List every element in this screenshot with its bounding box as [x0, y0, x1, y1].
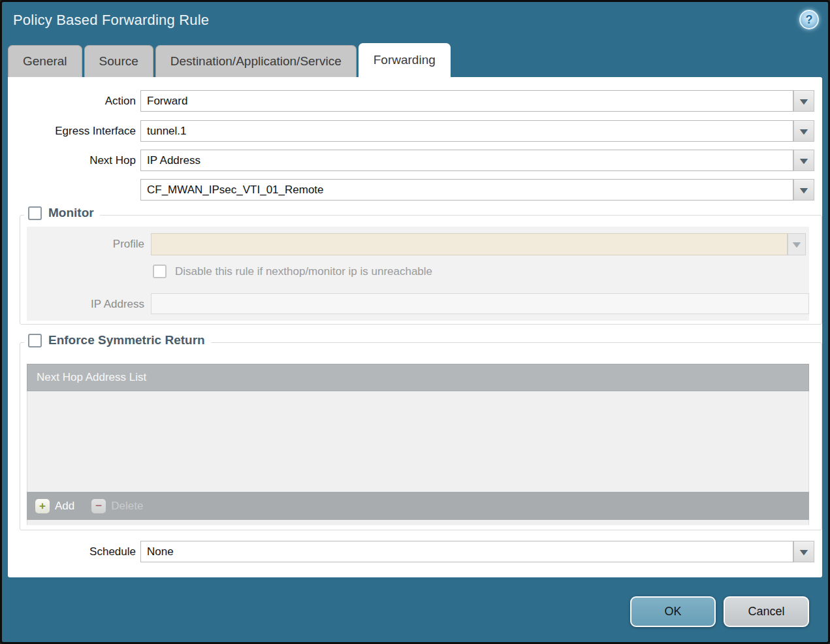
monitor-legend: Monitor [24, 206, 100, 220]
schedule-dropdown-button[interactable]: ▼ [793, 541, 814, 562]
monitor-panel: Profile ▼ Disable this rule if nexthop/m… [27, 227, 809, 321]
tab-forwarding[interactable]: Forwarding [359, 43, 451, 77]
next-hop-address-list-toolbar: + Add − Delete [27, 492, 809, 520]
chevron-down-icon: ▼ [797, 547, 811, 556]
forwarding-tab-panel: Action Forward ▼ Egress Interface tunnel… [8, 77, 822, 577]
egress-interface-label: Egress Interface [8, 120, 136, 142]
action-dropdown-button[interactable]: ▼ [793, 90, 814, 112]
next-hop-address-list-table: Next Hop Address List + Add − Delete [27, 364, 809, 525]
monitor-ip-address-input[interactable] [151, 293, 809, 314]
minus-icon: − [91, 499, 106, 513]
next-hop-address-dropdown[interactable]: CF_MWAN_IPsec_VTI_01_Remote [140, 179, 793, 201]
cancel-button[interactable]: Cancel [724, 596, 809, 627]
chevron-down-icon: ▼ [797, 185, 811, 195]
next-hop-label: Next Hop [8, 150, 136, 171]
disable-rule-label: Disable this rule if nexthop/monitor ip … [175, 265, 432, 278]
tab-source[interactable]: Source [84, 45, 153, 77]
chevron-down-icon: ▼ [797, 97, 811, 106]
next-hop-address-list-header: Next Hop Address List [27, 364, 809, 391]
table-bottom-strip [27, 520, 809, 525]
delete-button[interactable]: − Delete [91, 499, 143, 513]
schedule-dropdown[interactable]: None [140, 541, 793, 562]
disable-rule-row: Disable this rule if nexthop/monitor ip … [153, 265, 432, 278]
chevron-down-icon: ▼ [797, 127, 811, 136]
disable-rule-checkbox[interactable] [153, 265, 167, 278]
action-label: Action [8, 90, 136, 112]
delete-button-label: Delete [111, 500, 143, 513]
schedule-label: Schedule [8, 541, 136, 562]
monitor-checkbox[interactable] [28, 206, 42, 220]
enforce-symmetric-return-group: Enforce Symmetric Return Next Hop Addres… [20, 342, 822, 530]
monitor-ip-address-label: IP Address [27, 293, 144, 315]
profile-dropdown[interactable] [151, 233, 788, 255]
egress-interface-dropdown[interactable]: tunnel.1 [140, 120, 793, 142]
tab-bar: General Source Destination/Application/S… [8, 43, 451, 77]
plus-icon: + [35, 499, 50, 513]
next-hop-address-list-body[interactable] [27, 391, 809, 492]
next-hop-type-dropdown[interactable]: IP Address [140, 150, 793, 171]
egress-interface-dropdown-button[interactable]: ▼ [793, 120, 814, 142]
enforce-symmetric-return-legend: Enforce Symmetric Return [24, 333, 211, 347]
add-button-label: Add [55, 500, 74, 513]
dialog-title: Policy Based Forwarding Rule [13, 12, 209, 29]
monitor-legend-label: Monitor [48, 206, 94, 220]
profile-label: Profile [27, 233, 144, 255]
monitor-group: Monitor Profile ▼ Disable this rule if n… [20, 215, 822, 325]
next-hop-address-dropdown-button[interactable]: ▼ [793, 179, 814, 201]
tab-destination-application-service[interactable]: Destination/Application/Service [155, 45, 357, 77]
chevron-down-icon: ▼ [797, 156, 811, 165]
ok-button[interactable]: OK [630, 596, 716, 627]
chevron-down-icon: ▼ [790, 240, 804, 249]
action-dropdown[interactable]: Forward [140, 90, 793, 112]
next-hop-type-dropdown-button[interactable]: ▼ [793, 150, 814, 171]
add-button[interactable]: + Add [35, 499, 74, 513]
tab-general[interactable]: General [8, 45, 82, 77]
enforce-symmetric-return-checkbox[interactable] [28, 334, 42, 347]
enforce-symmetric-return-legend-label: Enforce Symmetric Return [48, 333, 205, 347]
help-icon[interactable]: ? [799, 10, 819, 29]
pbf-rule-dialog: Policy Based Forwarding Rule ? General S… [0, 0, 830, 644]
profile-dropdown-button[interactable]: ▼ [788, 233, 806, 255]
